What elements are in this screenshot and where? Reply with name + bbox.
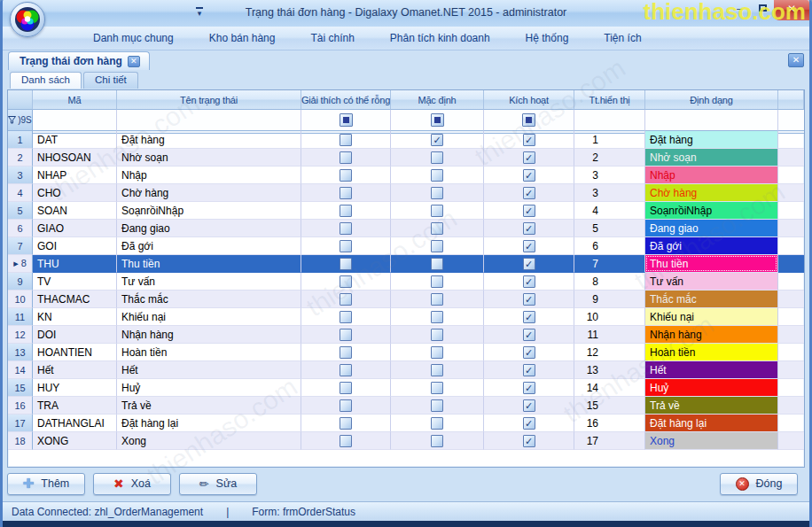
cell-name[interactable]: Hết (117, 361, 301, 379)
filter-dinh-dang[interactable] (645, 110, 778, 131)
cell-default-checkbox[interactable] (431, 435, 443, 447)
column-header-mac-dinh[interactable]: Mặc định (391, 90, 484, 110)
menu-phan-tich-kinh-doanh[interactable]: Phân tích kinh doanh (374, 29, 506, 47)
menu-he-thong[interactable]: Hệ thống (510, 29, 585, 47)
filter-giai-thich[interactable] (301, 110, 391, 131)
cell-explain[interactable] (301, 255, 391, 273)
cell-explain-checkbox[interactable] (340, 329, 352, 341)
cell-default[interactable] (391, 237, 484, 255)
cell-code[interactable]: SOAN (33, 202, 117, 220)
cell-display-order[interactable]: 3 (574, 184, 645, 202)
cell-default-checkbox[interactable] (431, 329, 443, 341)
cell-explain[interactable] (301, 379, 391, 397)
cell-default[interactable] (391, 415, 484, 432)
cell-code[interactable]: TV (33, 273, 117, 291)
cell-code[interactable]: GOI (33, 237, 117, 255)
table-row[interactable]: 7GOIĐã gới6Đã gới (8, 237, 804, 255)
column-header-dinh-dang[interactable]: Định dạng (645, 90, 778, 110)
cell-default-checkbox[interactable] (431, 275, 443, 288)
cell-explain[interactable] (301, 361, 391, 379)
cell-code[interactable]: DATHANGLAI (33, 415, 117, 432)
cell-code[interactable]: THACMAC (33, 291, 117, 308)
cell-name[interactable]: Thu tiền (117, 255, 301, 273)
cell-display-order[interactable]: 7 (574, 255, 645, 273)
table-row[interactable]: 5SOANSoạnrồiNhập4SoạnrồiNhập (8, 202, 804, 220)
cell-active-checkbox[interactable] (523, 222, 535, 235)
maximize-button[interactable] (751, 2, 774, 17)
row-indicator[interactable]: 16 (8, 397, 33, 415)
table-row[interactable]: 4CHOChờ hàng3Chờ hàng (8, 184, 804, 202)
cell-active-checkbox[interactable] (523, 134, 535, 146)
cell-active-checkbox[interactable] (523, 399, 535, 412)
table-row[interactable]: 18XONGXong17Xong (8, 432, 804, 450)
cell-default[interactable] (391, 167, 484, 184)
cell-active-checkbox[interactable] (523, 169, 535, 182)
menu-tien-ich[interactable]: Tiện ích (588, 29, 657, 47)
cell-active-checkbox[interactable] (523, 293, 535, 306)
cell-explain[interactable] (301, 415, 391, 432)
cell-explain[interactable] (301, 184, 391, 202)
column-header-ma[interactable]: Mã (33, 90, 117, 110)
cell-active[interactable] (484, 308, 574, 326)
cell-explain-checkbox[interactable] (340, 364, 352, 376)
close-window-button[interactable]: ✕ (774, 0, 809, 20)
cell-active-checkbox[interactable] (523, 346, 535, 359)
cell-explain[interactable] (301, 344, 391, 361)
column-header-kich-hoat[interactable]: Kích hoạt (484, 90, 574, 110)
cell-name[interactable]: SoạnrồiNhập (117, 202, 301, 220)
add-button[interactable]: ✚ Thêm (7, 473, 85, 495)
cell-format[interactable]: Đặt hàng lại (645, 415, 778, 432)
cell-name[interactable]: Thắc mắc (117, 291, 301, 308)
cell-explain-checkbox[interactable] (340, 311, 352, 323)
cell-format[interactable]: Thắc mắc (645, 291, 778, 308)
filter-mac-dinh[interactable] (391, 110, 484, 131)
cell-explain-checkbox[interactable] (340, 293, 352, 306)
table-row[interactable]: 10THACMACThắc mắc9Thắc mắc (8, 291, 804, 308)
table-row[interactable]: 12DOINhận hàng11Nhận hàng (8, 326, 804, 344)
cell-active[interactable] (484, 397, 574, 415)
table-row[interactable]: 14HếtHết13Hết (8, 361, 804, 379)
cell-format[interactable]: Hết (645, 361, 778, 379)
cell-explain[interactable] (301, 167, 391, 184)
cell-default[interactable] (391, 326, 484, 344)
cell-code[interactable]: NHAP (33, 167, 117, 184)
menu-kho-ban-hang[interactable]: Kho bán hàng (193, 29, 292, 47)
cell-code[interactable]: TRA (33, 397, 117, 415)
row-indicator[interactable]: 6 (8, 220, 33, 237)
table-row[interactable]: 16TRATrả về15Trả về (8, 397, 804, 415)
cell-default[interactable] (391, 361, 484, 379)
cell-default[interactable] (391, 291, 484, 308)
cell-format[interactable]: Đặt hàng (645, 131, 778, 149)
column-header-tt-hien-thi[interactable]: Tt.hiển thị (574, 90, 645, 110)
table-row[interactable]: 9TVTư vấn8Tư vấn (8, 273, 804, 291)
cell-display-order[interactable]: 8 (574, 273, 645, 291)
cell-format[interactable]: Chờ hàng (645, 184, 778, 202)
cell-active[interactable] (484, 184, 574, 202)
cell-format[interactable]: Tư vấn (645, 273, 778, 291)
cell-display-order[interactable]: 17 (574, 432, 645, 450)
cell-format[interactable]: Nhở soạn (645, 149, 778, 167)
app-logo-icon[interactable] (10, 2, 45, 37)
cell-explain[interactable] (301, 308, 391, 326)
table-row[interactable]: 2NHOSOANNhờ soạn2Nhở soạn (8, 149, 804, 167)
cell-default-checkbox[interactable] (431, 240, 443, 252)
cell-active-checkbox[interactable] (523, 187, 535, 199)
table-row[interactable]: 15HUYHuỷ14Huỷ (8, 379, 804, 397)
cell-display-order[interactable]: 5 (574, 220, 645, 237)
filter-mac-dinh-checkbox[interactable] (431, 113, 444, 127)
cell-default-checkbox[interactable] (431, 399, 443, 412)
cell-default[interactable] (391, 273, 484, 291)
cell-name[interactable]: Huỷ (117, 379, 301, 397)
row-indicator[interactable]: 3 (8, 167, 33, 184)
edit-button[interactable]: ✏ Sửa (179, 473, 257, 495)
cell-format[interactable]: Nhận hàng (645, 326, 778, 344)
table-row[interactable]: ▸ 8THUThu tiền7Thu tiền (8, 255, 804, 273)
cell-explain[interactable] (301, 432, 391, 450)
cell-default-checkbox[interactable] (431, 382, 443, 394)
cell-explain[interactable] (301, 273, 391, 291)
cell-explain-checkbox[interactable] (340, 399, 352, 412)
cell-default-checkbox[interactable] (431, 417, 443, 430)
cell-format[interactable]: Đã gới (645, 237, 778, 255)
row-indicator[interactable]: 9 (8, 273, 33, 291)
cell-code[interactable]: CHO (33, 184, 117, 202)
